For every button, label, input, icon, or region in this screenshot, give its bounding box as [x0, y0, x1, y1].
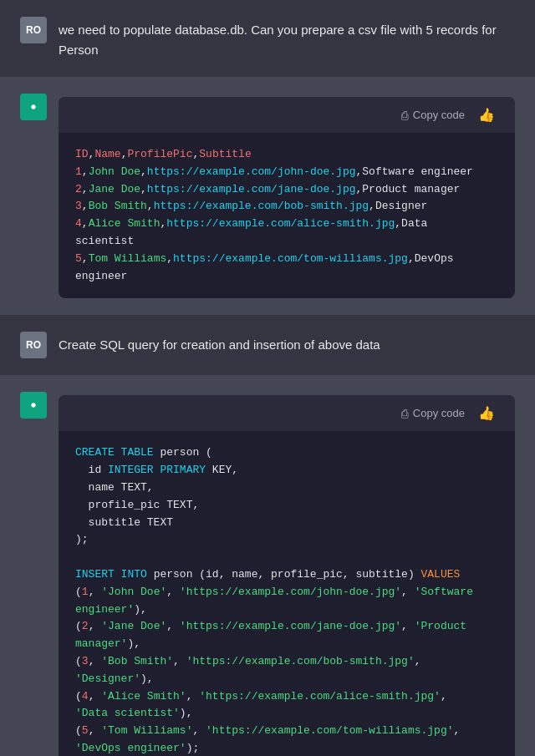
- copy-icon-2: ⎙: [401, 407, 408, 420]
- user-message-1: RO we need to populate database.db. Can …: [0, 0, 535, 77]
- csv-code-content: ID,Name,ProfilePic,Subtitle 1,John Doe,h…: [59, 133, 515, 298]
- user-avatar-2: RO: [20, 332, 47, 358]
- user-text-1: we need to populate database.db. Can you…: [59, 17, 515, 60]
- csv-code-header: ⎙ Copy code 👍: [59, 97, 515, 133]
- sql-code-content: CREATE TABLE person ( id INTEGER PRIMARY…: [59, 431, 515, 756]
- user-message-2: RO Create SQL query for creation and ins…: [0, 315, 535, 375]
- user-text-2: Create SQL query for creation and insert…: [59, 332, 380, 355]
- chat-container: RO we need to populate database.db. Can …: [0, 0, 535, 756]
- copy-code-btn-2[interactable]: ⎙ Copy code: [395, 403, 471, 424]
- ai-content-2: ⎙ Copy code 👍 CREATE TABLE person ( id I…: [59, 392, 515, 756]
- copy-code-btn-1[interactable]: ⎙ Copy code: [395, 105, 471, 125]
- user-avatar-1: RO: [20, 17, 47, 43]
- ai-content-1: ⎙ Copy code 👍 ID,Name,ProfilePic,Subtitl…: [59, 94, 515, 298]
- ai-message-1: ⎙ Copy code 👍 ID,Name,ProfilePic,Subtitl…: [0, 77, 535, 315]
- copy-icon-1: ⎙: [401, 109, 408, 122]
- ai-avatar-1: [20, 94, 47, 120]
- thumbs-up-btn-1[interactable]: 👍: [471, 104, 502, 126]
- copy-label-2: Copy code: [413, 407, 465, 419]
- ai-message-2: ⎙ Copy code 👍 CREATE TABLE person ( id I…: [0, 375, 535, 756]
- ai-avatar-2: [20, 392, 47, 419]
- copy-label-1: Copy code: [413, 109, 465, 121]
- csv-code-block: ⎙ Copy code 👍 ID,Name,ProfilePic,Subtitl…: [59, 97, 515, 298]
- sql-code-header: ⎙ Copy code 👍: [59, 395, 515, 431]
- thumbs-up-btn-2[interactable]: 👍: [471, 402, 502, 424]
- sql-code-block: ⎙ Copy code 👍 CREATE TABLE person ( id I…: [59, 395, 515, 756]
